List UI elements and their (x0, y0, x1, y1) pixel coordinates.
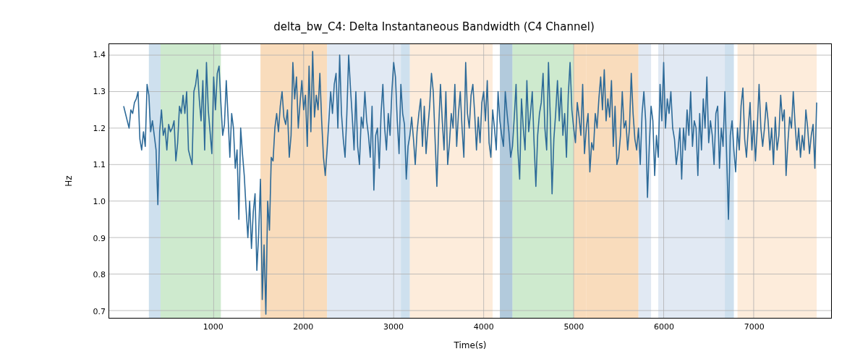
y-tick-label: 1.1 (85, 160, 106, 169)
shaded-band (639, 44, 651, 318)
y-axis-label: Hz (64, 175, 74, 186)
chart-title: delta_bw_C4: Delta Instantaneous Bandwid… (0, 20, 868, 33)
shaded-band (327, 44, 401, 318)
x-axis-label: Time(s) (454, 340, 487, 350)
shaded-band (410, 44, 493, 318)
x-tick-label: 1000 (203, 322, 224, 332)
x-tick-label: 5000 (563, 322, 584, 332)
shaded-band (574, 44, 586, 318)
y-tick-label: 0.7 (85, 306, 106, 316)
y-tick-label: 1.3 (85, 86, 106, 96)
shaded-band (658, 44, 725, 318)
shaded-band (401, 44, 409, 318)
x-tick-label: 4000 (474, 322, 494, 332)
plot-canvas (109, 44, 831, 318)
y-tick-label: 1.2 (85, 123, 106, 132)
x-tick-label: 6000 (654, 322, 674, 332)
y-tick-label: 1.4 (85, 50, 106, 59)
axes-area (109, 43, 832, 319)
x-tick-label: 2000 (293, 322, 313, 332)
shaded-band (500, 44, 512, 318)
x-tick-label: 3000 (383, 322, 404, 332)
figure: delta_bw_C4: Delta Instantaneous Bandwid… (0, 0, 868, 362)
shaded-band (161, 44, 221, 318)
x-tick-label: 7000 (744, 322, 765, 332)
y-tick-label: 1.0 (85, 196, 106, 206)
y-tick-label: 0.9 (85, 233, 106, 243)
y-tick-label: 0.8 (85, 270, 106, 279)
shaded-band (738, 44, 817, 318)
